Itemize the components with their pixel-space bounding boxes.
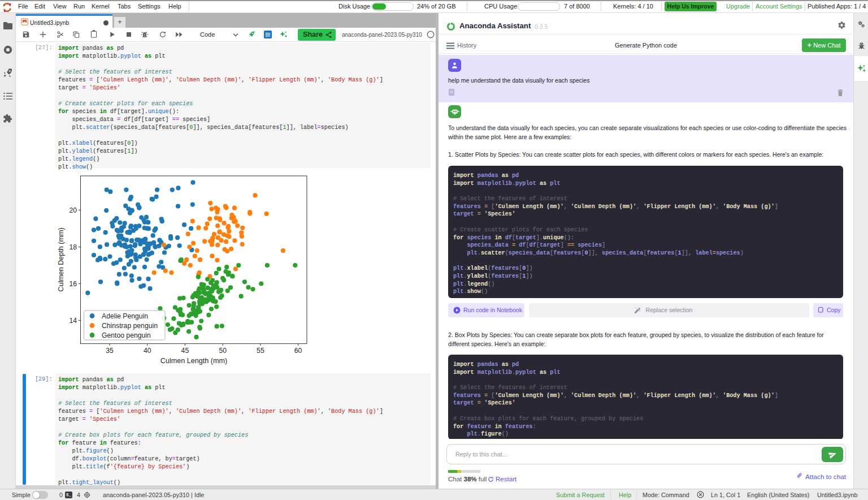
svg-text:Culmen Depth (mm): Culmen Depth (mm) bbox=[57, 227, 65, 291]
svg-text:Chinstrap penguin: Chinstrap penguin bbox=[102, 322, 158, 330]
svg-text:20: 20 bbox=[69, 206, 77, 214]
svg-text:50: 50 bbox=[219, 347, 227, 355]
svg-text:16: 16 bbox=[69, 280, 77, 288]
svg-text:Adelie Penguin: Adelie Penguin bbox=[102, 312, 148, 320]
svg-text:45: 45 bbox=[181, 347, 189, 355]
svg-text:40: 40 bbox=[144, 347, 151, 355]
svg-text:14: 14 bbox=[69, 317, 77, 325]
svg-text:60: 60 bbox=[294, 347, 302, 355]
svg-text:55: 55 bbox=[257, 347, 264, 355]
svg-text:18: 18 bbox=[69, 243, 77, 251]
svg-text:Culmen Length (mm): Culmen Length (mm) bbox=[160, 357, 227, 365]
svg-text:Gentoo penguin: Gentoo penguin bbox=[102, 331, 151, 339]
svg-text:35: 35 bbox=[106, 347, 114, 355]
